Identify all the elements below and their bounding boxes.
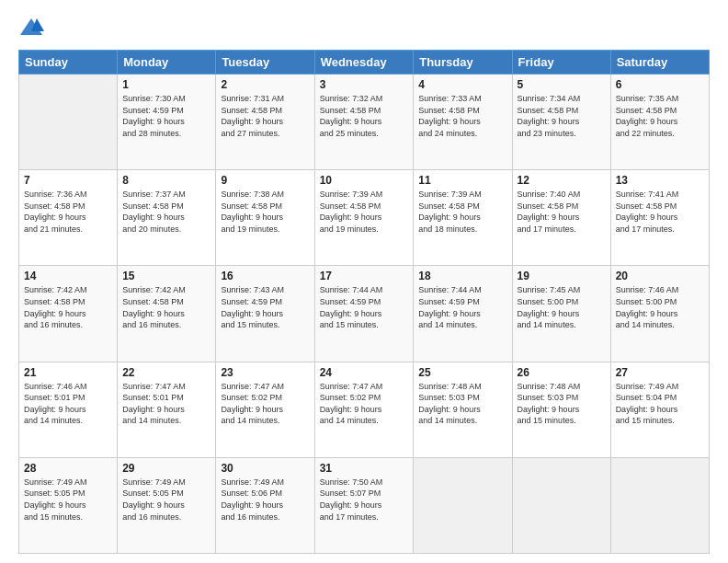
calendar-cell: 9Sunrise: 7:38 AM Sunset: 4:58 PM Daylig… bbox=[216, 170, 314, 266]
calendar-cell: 26Sunrise: 7:48 AM Sunset: 5:03 PM Dayli… bbox=[512, 362, 610, 457]
day-header-sunday: Sunday bbox=[19, 51, 118, 75]
day-info: Sunrise: 7:46 AM Sunset: 5:01 PM Dayligh… bbox=[24, 381, 112, 427]
day-info: Sunrise: 7:33 AM Sunset: 4:58 PM Dayligh… bbox=[418, 93, 506, 139]
day-number: 2 bbox=[221, 78, 309, 91]
calendar-cell: 14Sunrise: 7:42 AM Sunset: 4:58 PM Dayli… bbox=[19, 266, 118, 362]
day-number: 12 bbox=[518, 174, 606, 187]
day-number: 18 bbox=[418, 270, 506, 282]
day-number: 10 bbox=[320, 174, 409, 187]
day-info: Sunrise: 7:31 AM Sunset: 4:58 PM Dayligh… bbox=[221, 93, 309, 139]
calendar-cell: 6Sunrise: 7:35 AM Sunset: 4:58 PM Daylig… bbox=[610, 75, 709, 170]
calendar-cell: 2Sunrise: 7:31 AM Sunset: 4:58 PM Daylig… bbox=[216, 75, 314, 170]
calendar-cell: 11Sunrise: 7:39 AM Sunset: 4:58 PM Dayli… bbox=[414, 170, 512, 266]
day-info: Sunrise: 7:49 AM Sunset: 5:06 PM Dayligh… bbox=[221, 477, 309, 523]
day-info: Sunrise: 7:39 AM Sunset: 4:58 PM Dayligh… bbox=[418, 189, 506, 235]
day-info: Sunrise: 7:43 AM Sunset: 4:59 PM Dayligh… bbox=[221, 284, 309, 330]
day-number: 17 bbox=[320, 270, 409, 282]
calendar-cell bbox=[19, 75, 118, 170]
calendar-cell: 12Sunrise: 7:40 AM Sunset: 4:58 PM Dayli… bbox=[512, 170, 610, 266]
calendar-week-2: 7Sunrise: 7:36 AM Sunset: 4:58 PM Daylig… bbox=[19, 170, 710, 266]
calendar-cell: 10Sunrise: 7:39 AM Sunset: 4:58 PM Dayli… bbox=[314, 170, 414, 266]
logo bbox=[18, 15, 48, 40]
calendar-cell: 25Sunrise: 7:48 AM Sunset: 5:03 PM Dayli… bbox=[414, 362, 512, 457]
calendar-header-row: SundayMondayTuesdayWednesdayThursdayFrid… bbox=[19, 51, 710, 75]
day-info: Sunrise: 7:49 AM Sunset: 5:04 PM Dayligh… bbox=[616, 381, 704, 427]
day-info: Sunrise: 7:48 AM Sunset: 5:03 PM Dayligh… bbox=[418, 381, 506, 427]
calendar-cell: 1Sunrise: 7:30 AM Sunset: 4:59 PM Daylig… bbox=[118, 75, 216, 170]
header bbox=[18, 15, 710, 40]
day-info: Sunrise: 7:49 AM Sunset: 5:05 PM Dayligh… bbox=[24, 477, 112, 523]
day-info: Sunrise: 7:30 AM Sunset: 4:59 PM Dayligh… bbox=[122, 93, 210, 139]
calendar-cell bbox=[512, 457, 610, 553]
day-number: 31 bbox=[320, 462, 409, 475]
calendar-cell: 24Sunrise: 7:47 AM Sunset: 5:02 PM Dayli… bbox=[314, 362, 414, 457]
calendar-cell: 8Sunrise: 7:37 AM Sunset: 4:58 PM Daylig… bbox=[118, 170, 216, 266]
calendar-cell: 30Sunrise: 7:49 AM Sunset: 5:06 PM Dayli… bbox=[216, 457, 314, 553]
day-info: Sunrise: 7:34 AM Sunset: 4:58 PM Dayligh… bbox=[518, 93, 606, 139]
day-header-tuesday: Tuesday bbox=[216, 51, 314, 75]
day-number: 15 bbox=[122, 270, 210, 282]
day-number: 26 bbox=[518, 366, 606, 379]
day-number: 9 bbox=[221, 174, 309, 187]
calendar-cell: 17Sunrise: 7:44 AM Sunset: 4:59 PM Dayli… bbox=[314, 266, 414, 362]
day-number: 23 bbox=[221, 366, 309, 379]
day-info: Sunrise: 7:37 AM Sunset: 4:58 PM Dayligh… bbox=[122, 189, 210, 235]
day-number: 25 bbox=[418, 366, 506, 379]
day-info: Sunrise: 7:36 AM Sunset: 4:58 PM Dayligh… bbox=[24, 189, 112, 235]
calendar-cell: 27Sunrise: 7:49 AM Sunset: 5:04 PM Dayli… bbox=[610, 362, 709, 457]
day-info: Sunrise: 7:32 AM Sunset: 4:58 PM Dayligh… bbox=[320, 93, 409, 139]
day-info: Sunrise: 7:50 AM Sunset: 5:07 PM Dayligh… bbox=[320, 477, 409, 523]
calendar-cell: 21Sunrise: 7:46 AM Sunset: 5:01 PM Dayli… bbox=[19, 362, 118, 457]
day-number: 20 bbox=[616, 270, 704, 282]
day-info: Sunrise: 7:44 AM Sunset: 4:59 PM Dayligh… bbox=[418, 284, 506, 330]
day-number: 22 bbox=[122, 366, 210, 379]
day-info: Sunrise: 7:40 AM Sunset: 4:58 PM Dayligh… bbox=[518, 189, 606, 235]
day-number: 30 bbox=[221, 462, 309, 475]
day-number: 27 bbox=[616, 366, 704, 379]
day-info: Sunrise: 7:39 AM Sunset: 4:58 PM Dayligh… bbox=[320, 189, 409, 235]
day-number: 24 bbox=[320, 366, 409, 379]
calendar-cell: 13Sunrise: 7:41 AM Sunset: 4:58 PM Dayli… bbox=[610, 170, 709, 266]
day-number: 7 bbox=[24, 174, 112, 187]
calendar-cell: 19Sunrise: 7:45 AM Sunset: 5:00 PM Dayli… bbox=[512, 266, 610, 362]
day-number: 11 bbox=[418, 174, 506, 187]
calendar-cell bbox=[414, 457, 512, 553]
calendar-cell: 7Sunrise: 7:36 AM Sunset: 4:58 PM Daylig… bbox=[19, 170, 118, 266]
page: SundayMondayTuesdayWednesdayThursdayFrid… bbox=[0, 0, 728, 563]
day-number: 5 bbox=[518, 78, 606, 91]
calendar-cell: 16Sunrise: 7:43 AM Sunset: 4:59 PM Dayli… bbox=[216, 266, 314, 362]
day-number: 3 bbox=[320, 78, 409, 91]
day-number: 8 bbox=[122, 174, 210, 187]
day-info: Sunrise: 7:42 AM Sunset: 4:58 PM Dayligh… bbox=[24, 284, 112, 330]
day-info: Sunrise: 7:47 AM Sunset: 5:02 PM Dayligh… bbox=[221, 381, 309, 427]
day-number: 4 bbox=[418, 78, 506, 91]
calendar-cell: 4Sunrise: 7:33 AM Sunset: 4:58 PM Daylig… bbox=[414, 75, 512, 170]
calendar-week-5: 28Sunrise: 7:49 AM Sunset: 5:05 PM Dayli… bbox=[19, 457, 710, 553]
day-header-friday: Friday bbox=[512, 51, 610, 75]
day-info: Sunrise: 7:45 AM Sunset: 5:00 PM Dayligh… bbox=[518, 284, 606, 330]
day-number: 29 bbox=[122, 462, 210, 475]
day-number: 28 bbox=[24, 462, 112, 475]
calendar-body: 1Sunrise: 7:30 AM Sunset: 4:59 PM Daylig… bbox=[19, 75, 710, 554]
day-number: 13 bbox=[616, 174, 704, 187]
calendar-cell: 18Sunrise: 7:44 AM Sunset: 4:59 PM Dayli… bbox=[414, 266, 512, 362]
calendar-cell: 23Sunrise: 7:47 AM Sunset: 5:02 PM Dayli… bbox=[216, 362, 314, 457]
day-number: 14 bbox=[24, 270, 112, 282]
day-number: 21 bbox=[24, 366, 112, 379]
day-header-monday: Monday bbox=[118, 51, 216, 75]
calendar-cell: 5Sunrise: 7:34 AM Sunset: 4:58 PM Daylig… bbox=[512, 75, 610, 170]
logo-icon bbox=[18, 15, 44, 40]
day-info: Sunrise: 7:46 AM Sunset: 5:00 PM Dayligh… bbox=[616, 284, 704, 330]
day-header-thursday: Thursday bbox=[414, 51, 512, 75]
calendar-week-1: 1Sunrise: 7:30 AM Sunset: 4:59 PM Daylig… bbox=[19, 75, 710, 170]
calendar-cell: 31Sunrise: 7:50 AM Sunset: 5:07 PM Dayli… bbox=[314, 457, 414, 553]
calendar: SundayMondayTuesdayWednesdayThursdayFrid… bbox=[18, 50, 710, 554]
day-info: Sunrise: 7:42 AM Sunset: 4:58 PM Dayligh… bbox=[122, 284, 210, 330]
calendar-week-4: 21Sunrise: 7:46 AM Sunset: 5:01 PM Dayli… bbox=[19, 362, 710, 457]
calendar-cell: 28Sunrise: 7:49 AM Sunset: 5:05 PM Dayli… bbox=[19, 457, 118, 553]
day-number: 16 bbox=[221, 270, 309, 282]
day-header-saturday: Saturday bbox=[610, 51, 709, 75]
calendar-cell: 20Sunrise: 7:46 AM Sunset: 5:00 PM Dayli… bbox=[610, 266, 709, 362]
day-number: 6 bbox=[616, 78, 704, 91]
calendar-cell: 29Sunrise: 7:49 AM Sunset: 5:05 PM Dayli… bbox=[118, 457, 216, 553]
